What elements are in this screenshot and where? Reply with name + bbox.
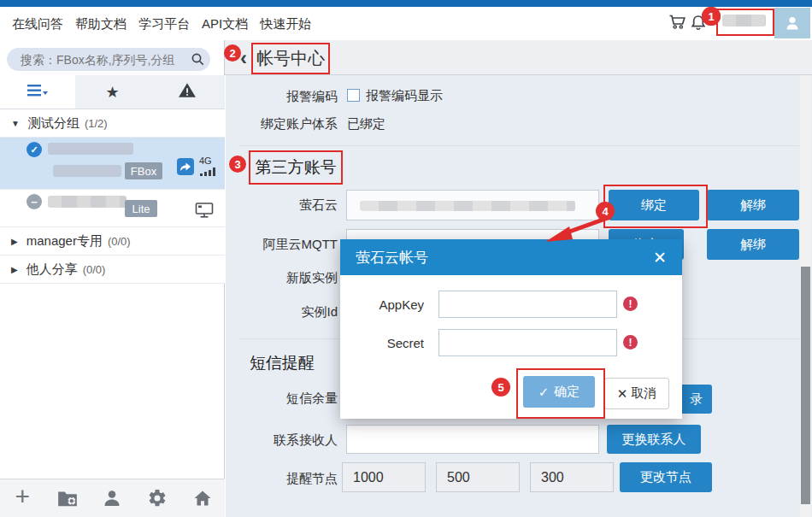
remind-node-input-1[interactable] bbox=[342, 462, 426, 492]
appkey-label: AppKey bbox=[347, 297, 424, 312]
device-type-badge: FBox bbox=[125, 162, 162, 179]
ali-unbind-button[interactable]: 解绑 bbox=[707, 229, 799, 260]
username-annotation-box bbox=[716, 9, 774, 36]
group-test-label: 测试分组 bbox=[28, 115, 79, 132]
group-test-count: (1/2) bbox=[85, 117, 108, 130]
bind-system-value: 已绑定 bbox=[347, 116, 385, 132]
device-search-box bbox=[7, 48, 210, 71]
chevron-right-icon[interactable]: ▶ bbox=[11, 237, 18, 246]
remind-node-input-3[interactable] bbox=[530, 462, 614, 492]
bind-system-label: 绑定账户体系 bbox=[235, 116, 338, 132]
secret-input[interactable] bbox=[438, 329, 617, 356]
top-accent-strip bbox=[0, 0, 812, 7]
change-node-button[interactable]: 更改节点 bbox=[620, 462, 712, 492]
appkey-input[interactable] bbox=[438, 291, 617, 318]
annotation-step-3: 3 bbox=[229, 156, 246, 173]
title-annotation-box: 帐号中心 bbox=[251, 43, 330, 74]
third-party-annotation-box: 第三方账号 bbox=[249, 150, 343, 185]
group-manager-count: (0/0) bbox=[108, 235, 131, 248]
add-icon[interactable]: + bbox=[11, 487, 33, 509]
remind-node-label: 提醒节点 bbox=[235, 471, 338, 487]
online-check-icon: ✓ bbox=[26, 142, 42, 157]
chevron-down-icon[interactable]: ▼ bbox=[11, 119, 20, 128]
home-icon[interactable] bbox=[191, 487, 214, 509]
bind-annotation-box bbox=[603, 185, 708, 228]
search-input[interactable] bbox=[7, 53, 185, 67]
sms-balance-label: 短信余量 bbox=[235, 391, 338, 407]
tab-device-list[interactable] bbox=[0, 75, 75, 109]
nav-api-docs[interactable]: API文档 bbox=[202, 16, 248, 32]
user-icon[interactable] bbox=[101, 487, 123, 509]
network-4g-label: 4G bbox=[199, 156, 212, 166]
settings-gear-icon[interactable] bbox=[146, 487, 168, 509]
remind-node-input-2[interactable] bbox=[436, 462, 520, 492]
device-serial-blurred bbox=[53, 165, 121, 177]
remote-monitor-icon[interactable] bbox=[195, 202, 214, 222]
instance-id-label: 实例Id bbox=[235, 304, 338, 320]
annotation-step-2: 2 bbox=[224, 44, 241, 62]
ali-mqtt-label: 阿里云MQTT bbox=[235, 237, 338, 253]
annotation-step-1: 1 bbox=[702, 7, 721, 26]
cancel-button[interactable]: ✕ 取消 bbox=[604, 378, 669, 409]
group-shared-count: (0/0) bbox=[83, 263, 106, 276]
alarm-code-checkbox-label: 报警编码显示 bbox=[366, 88, 443, 104]
ys-account-modal: 萤石云帐号 ✕ AppKey ! Secret ! ✓ 确定 ✕ 取消 bbox=[340, 239, 682, 419]
device-name-blurred bbox=[48, 143, 133, 155]
group-test[interactable]: ▼ 测试分组 (1/2) bbox=[0, 109, 225, 138]
group-shared[interactable]: ▶ 他人分享 (0/0) bbox=[0, 256, 225, 284]
device-list-filter-icon bbox=[27, 84, 48, 101]
share-icon[interactable] bbox=[177, 158, 194, 175]
contact-label: 联系接收人 bbox=[235, 432, 338, 449]
nav-help-docs[interactable]: 帮助文档 bbox=[75, 16, 127, 32]
app-window: 在线问答 帮助文档 学习平台 API文档 快速开始 1 ★ bbox=[0, 0, 812, 517]
star-favorites-icon: ★ bbox=[105, 83, 119, 102]
sidebar-footer-toolbar: + bbox=[0, 479, 225, 517]
third-party-section-title: 第三方账号 bbox=[256, 156, 337, 179]
group-manager[interactable]: ▶ manager专用 (0/0) bbox=[0, 227, 225, 256]
group-shared-label: 他人分享 bbox=[26, 261, 78, 278]
ys-cloud-label: 萤石云 bbox=[235, 197, 338, 214]
folder-settings-icon[interactable] bbox=[56, 487, 79, 509]
change-contact-button[interactable]: 更换联系人 bbox=[607, 425, 701, 454]
secret-required-icon: ! bbox=[623, 335, 638, 350]
contact-input[interactable] bbox=[346, 425, 599, 454]
search-icon[interactable] bbox=[185, 48, 210, 71]
device2-type-badge: Lite bbox=[125, 200, 157, 217]
alarm-warning-icon bbox=[178, 82, 197, 102]
sms-section-title: 短信提醒 bbox=[250, 352, 315, 374]
close-icon[interactable]: ✕ bbox=[653, 248, 667, 267]
new-instance-label: 新版实例 bbox=[235, 270, 338, 286]
tab-alarms[interactable] bbox=[150, 75, 225, 109]
nav-quick-start[interactable]: 快速开始 bbox=[260, 16, 311, 32]
section-divider bbox=[239, 145, 799, 146]
confirm-annotation-box bbox=[516, 368, 605, 419]
user-avatar-icon[interactable] bbox=[774, 8, 810, 38]
annotation-step-4: 4 bbox=[596, 202, 615, 220]
x-icon: ✕ bbox=[617, 386, 628, 402]
ys-unbind-button[interactable]: 解绑 bbox=[707, 190, 799, 220]
group-manager-label: manager专用 bbox=[26, 233, 103, 250]
device2-name-blurred bbox=[48, 196, 127, 208]
modal-title: 萤石云帐号 bbox=[356, 248, 428, 267]
ys-cloud-value-blurred bbox=[360, 201, 575, 211]
signal-bars-icon bbox=[200, 167, 215, 176]
scrollbar-thumb[interactable] bbox=[801, 267, 810, 504]
nav-online-qa[interactable]: 在线问答 bbox=[12, 16, 63, 32]
modal-header: 萤石云帐号 ✕ bbox=[340, 239, 682, 275]
secret-label: Secret bbox=[347, 336, 424, 350]
nav-learning-platform[interactable]: 学习平台 bbox=[138, 16, 190, 32]
appkey-required-icon: ! bbox=[623, 297, 638, 311]
annotation-step-5: 5 bbox=[491, 378, 510, 397]
chevron-right-icon[interactable]: ▶ bbox=[11, 265, 18, 274]
back-chevron-icon[interactable]: ‹ bbox=[240, 48, 247, 68]
page-title: 帐号中心 bbox=[256, 47, 325, 70]
shopping-cart-icon[interactable] bbox=[667, 11, 689, 33]
alarm-code-label: 报警编码 bbox=[235, 89, 338, 105]
alarm-code-checkbox[interactable] bbox=[347, 89, 360, 102]
tab-favorites[interactable]: ★ bbox=[75, 75, 150, 109]
sidebar-tabbar: ★ bbox=[0, 75, 225, 109]
offline-minus-icon: − bbox=[26, 194, 42, 209]
